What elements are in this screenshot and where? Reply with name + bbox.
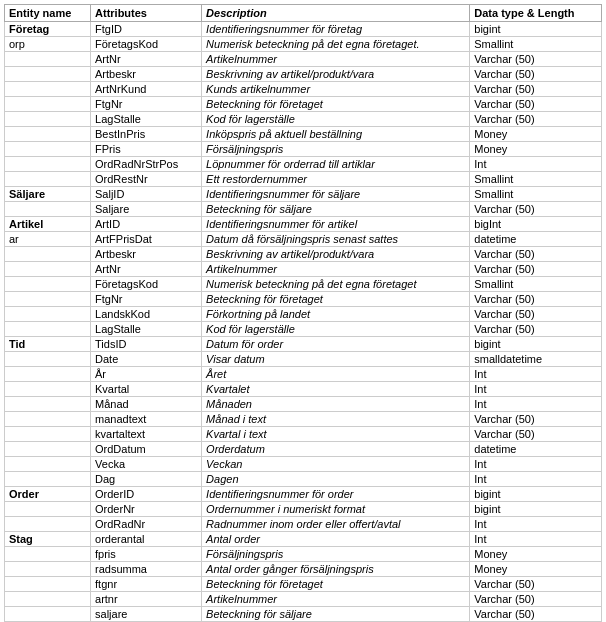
description-cell: Artikelnummer: [202, 592, 470, 607]
attribute-cell: radsumma: [91, 562, 202, 577]
entity-cell: [5, 592, 91, 607]
col-description: Description: [202, 5, 470, 22]
table-row: FPrisFörsäljningsprisMoney: [5, 142, 602, 157]
table-row: ArtNrArtikelnummerVarchar (50): [5, 52, 602, 67]
entity-cell: Artikel: [5, 217, 91, 232]
entity-cell: orp: [5, 37, 91, 52]
entity-cell: [5, 292, 91, 307]
table-row: ArtikelArtIDIdentifieringsnummer för art…: [5, 217, 602, 232]
description-cell: Radnummer inom order eller offert/avtal: [202, 517, 470, 532]
entity-cell: [5, 307, 91, 322]
description-cell: Löpnummer för orderrad till artiklar: [202, 157, 470, 172]
entity-cell: [5, 577, 91, 592]
header-row: Entity name Attributes Description Data …: [5, 5, 602, 22]
description-cell: Kunds artikelnummer: [202, 82, 470, 97]
attribute-cell: fpris: [91, 547, 202, 562]
attribute-cell: LagStalle: [91, 112, 202, 127]
description-cell: Identifieringsnummer för order: [202, 487, 470, 502]
attribute-cell: orderantal: [91, 532, 202, 547]
entity-cell: Order: [5, 487, 91, 502]
table-row: ArtNrKundKunds artikelnummerVarchar (50): [5, 82, 602, 97]
datatype-cell: bigint: [470, 22, 602, 37]
datatype-cell: Smallint: [470, 187, 602, 202]
entity-cell: Tid: [5, 337, 91, 352]
attribute-cell: BestInPris: [91, 127, 202, 142]
datatype-cell: Smallint: [470, 172, 602, 187]
entity-cell: [5, 202, 91, 217]
entity-cell: [5, 547, 91, 562]
entity-cell: [5, 442, 91, 457]
table-row: LagStalleKod för lagerställeVarchar (50): [5, 112, 602, 127]
datatype-cell: bigint: [470, 337, 602, 352]
table-row: OrderNrOrdernummer i numeriskt formatbig…: [5, 502, 602, 517]
entity-cell: [5, 82, 91, 97]
table-row: ÅrÅretInt: [5, 367, 602, 382]
description-cell: Beteckning för företaget: [202, 292, 470, 307]
col-attributes: Attributes: [91, 5, 202, 22]
datatype-cell: Varchar (50): [470, 97, 602, 112]
entity-cell: [5, 247, 91, 262]
datatype-cell: Money: [470, 547, 602, 562]
entity-cell: [5, 517, 91, 532]
description-cell: Artikelnummer: [202, 52, 470, 67]
description-cell: Ett restordernummer: [202, 172, 470, 187]
entity-cell: Säljare: [5, 187, 91, 202]
attribute-cell: LagStalle: [91, 322, 202, 337]
entity-cell: [5, 562, 91, 577]
description-cell: Datum då försäljningspris senast sattes: [202, 232, 470, 247]
table-row: FöretagsKodNumerisk beteckning på det eg…: [5, 277, 602, 292]
datatype-cell: Int: [470, 532, 602, 547]
datatype-cell: Varchar (50): [470, 412, 602, 427]
datatype-cell: Varchar (50): [470, 592, 602, 607]
table-row: ArtbeskrBeskrivning av artikel/produkt/v…: [5, 247, 602, 262]
description-cell: Numerisk beteckning på det egna företage…: [202, 277, 470, 292]
attribute-cell: OrderID: [91, 487, 202, 502]
datatype-cell: bigInt: [470, 217, 602, 232]
datatype-cell: Int: [470, 157, 602, 172]
entity-cell: [5, 127, 91, 142]
entity-cell: [5, 112, 91, 127]
entity-cell: [5, 502, 91, 517]
main-container: Entity name Attributes Description Data …: [0, 0, 606, 622]
attribute-cell: FöretagsKod: [91, 277, 202, 292]
entity-cell: [5, 97, 91, 112]
description-cell: Beteckning för säljare: [202, 607, 470, 622]
table-row: OrdRadNrRadnummer inom order eller offer…: [5, 517, 602, 532]
datatype-cell: Int: [470, 382, 602, 397]
table-row: OrdDatumOrderdatumdatetime: [5, 442, 602, 457]
col-entity: Entity name: [5, 5, 91, 22]
table-row: KvartalKvartaletInt: [5, 382, 602, 397]
datatype-cell: Int: [470, 397, 602, 412]
table-row: OrderOrderIDIdentifieringsnummer för ord…: [5, 487, 602, 502]
datatype-cell: datetime: [470, 442, 602, 457]
description-cell: Försäljningspris: [202, 547, 470, 562]
description-cell: Antal order gånger försäljningspris: [202, 562, 470, 577]
attribute-cell: FöretagsKod: [91, 37, 202, 52]
datatype-cell: Varchar (50): [470, 67, 602, 82]
attribute-cell: OrdDatum: [91, 442, 202, 457]
attribute-cell: Dag: [91, 472, 202, 487]
datatype-cell: Smallint: [470, 37, 602, 52]
entity-cell: Företag: [5, 22, 91, 37]
table-row: manadtextMånad i textVarchar (50): [5, 412, 602, 427]
description-cell: Beteckning för säljare: [202, 202, 470, 217]
table-row: ArtNrArtikelnummerVarchar (50): [5, 262, 602, 277]
description-cell: Beteckning för företaget: [202, 97, 470, 112]
attribute-cell: FtgNr: [91, 97, 202, 112]
description-cell: Månaden: [202, 397, 470, 412]
attribute-cell: Artbeskr: [91, 67, 202, 82]
table-row: ArtbeskrBeskrivning av artikel/produkt/v…: [5, 67, 602, 82]
table-row: ftgnrBeteckning för företagetVarchar (50…: [5, 577, 602, 592]
entity-cell: [5, 67, 91, 82]
entity-cell: [5, 352, 91, 367]
description-cell: Försäljningspris: [202, 142, 470, 157]
table-row: kvartaltextKvartal i textVarchar (50): [5, 427, 602, 442]
datatype-cell: smalldatetime: [470, 352, 602, 367]
datatype-cell: Varchar (50): [470, 292, 602, 307]
datatype-cell: Money: [470, 127, 602, 142]
datatype-cell: Int: [470, 517, 602, 532]
table-row: OrdRestNrEtt restordernummerSmallint: [5, 172, 602, 187]
description-cell: Ordernummer i numeriskt format: [202, 502, 470, 517]
description-cell: Beskrivning av artikel/produkt/vara: [202, 67, 470, 82]
attribute-cell: kvartaltext: [91, 427, 202, 442]
